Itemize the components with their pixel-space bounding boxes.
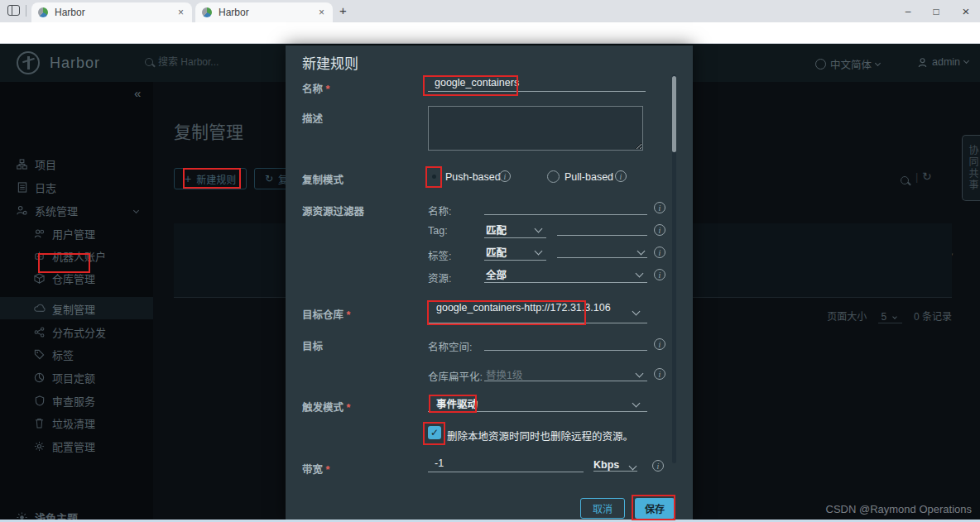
modal-scrollbar-thumb[interactable] bbox=[672, 76, 676, 152]
filter-tag-info-icon[interactable]: i bbox=[654, 224, 665, 236]
filter-name-info-icon[interactable]: i bbox=[654, 202, 665, 213]
chevron-down-icon bbox=[133, 207, 139, 213]
sidebar-item-label: 复制管理 bbox=[52, 301, 95, 317]
sidebar-item-interrogation[interactable]: 审查服务 bbox=[0, 390, 153, 411]
dest-registry-select[interactable]: google_containers-http://172.31.3.106 bbox=[428, 302, 647, 323]
sidebar-item-label: 日志 bbox=[35, 180, 56, 195]
minimize-button[interactable]: – bbox=[894, 0, 922, 22]
save-button[interactable]: 保存 bbox=[635, 498, 675, 519]
pull-based-radio[interactable] bbox=[547, 170, 560, 183]
harbor-favicon bbox=[202, 7, 212, 17]
maximize-button[interactable]: □ bbox=[922, 0, 950, 22]
delete-remote-checkbox[interactable]: ✓ bbox=[428, 426, 441, 439]
push-info-icon[interactable]: i bbox=[499, 170, 511, 182]
page-title: 复制管理 bbox=[174, 118, 243, 143]
modal-title: 新建规则 bbox=[302, 52, 358, 73]
tab-close-icon[interactable]: × bbox=[317, 7, 326, 18]
records-count: 0 条记录 bbox=[914, 311, 952, 323]
namespace-info-icon[interactable]: i bbox=[654, 338, 665, 350]
sidebar-item-logs[interactable]: 日志 bbox=[0, 176, 153, 198]
mode-label: 复制模式 bbox=[302, 171, 343, 187]
sidebar-item-label: 标签 bbox=[52, 347, 74, 362]
sidebar-item-label: 系统管理 bbox=[35, 203, 78, 218]
sidebar-item-administration[interactable]: 系统管理 bbox=[0, 199, 153, 221]
page-size-select[interactable]: 5 bbox=[878, 311, 902, 323]
browser-tab-1[interactable]: Harbor × bbox=[31, 2, 192, 22]
trigger-select[interactable]: 事件驱动 bbox=[428, 395, 647, 412]
flatten-info-icon[interactable]: i bbox=[654, 368, 665, 380]
shield-icon bbox=[33, 395, 46, 406]
bandwidth-label: 带宽 bbox=[302, 461, 329, 477]
global-search[interactable] bbox=[145, 56, 257, 68]
language-label: 中文简体 bbox=[830, 56, 872, 72]
sidebar-item-label: 项目 bbox=[35, 156, 56, 172]
sidebar-item-garbage-collection[interactable]: 垃圾清理 bbox=[0, 412, 153, 433]
sidebar-item-label: 分布式分发 bbox=[52, 324, 106, 340]
filter-label-info-icon[interactable]: i bbox=[654, 247, 665, 258]
browser-tab-2[interactable]: Harbor × bbox=[195, 2, 333, 22]
side-vertical-tab[interactable]: 协同共事 bbox=[962, 135, 980, 201]
sidebar-item-light-theme[interactable]: 浅色主题 bbox=[0, 506, 153, 520]
chevron-down-icon bbox=[892, 314, 897, 319]
sidebar-collapse-icon[interactable]: « bbox=[134, 86, 141, 100]
distribution-icon bbox=[33, 327, 46, 338]
cancel-button[interactable]: 取消 bbox=[580, 498, 625, 519]
check-icon: ✓ bbox=[430, 427, 439, 438]
filter-name-input[interactable] bbox=[484, 201, 647, 215]
new-rule-modal: 新建规则 名称 描述 复制模式 Push-based i Pull-based … bbox=[286, 45, 693, 520]
tab-close-icon[interactable]: × bbox=[176, 7, 185, 18]
sidebar-item-label: 审查服务 bbox=[52, 393, 95, 409]
flatten-label: 仓库扁平化: bbox=[428, 368, 483, 384]
flatten-select[interactable]: 替换1级 bbox=[484, 366, 647, 381]
language-menu[interactable]: 中文简体 bbox=[815, 56, 880, 72]
close-button[interactable]: × bbox=[952, 0, 980, 22]
users-icon bbox=[33, 228, 46, 239]
pull-info-icon[interactable]: i bbox=[615, 170, 627, 182]
sidebar-item-replications[interactable]: 复制管理 bbox=[0, 298, 153, 319]
user-icon bbox=[917, 57, 928, 68]
rule-name-input[interactable] bbox=[428, 75, 646, 92]
sidebar-item-robot-accounts[interactable]: 机器人账户 bbox=[0, 245, 153, 266]
sidebar-item-projects[interactable]: 项目 bbox=[0, 153, 153, 175]
filter-resource-select[interactable]: 全部 bbox=[484, 266, 647, 283]
namespace-input[interactable] bbox=[484, 337, 647, 351]
brand-title: Harbor bbox=[50, 55, 100, 72]
sidebar-item-registries[interactable]: 仓库管理 bbox=[0, 267, 153, 289]
filter-resource-info-icon[interactable]: i bbox=[654, 269, 665, 280]
user-menu[interactable]: admin bbox=[917, 56, 968, 68]
sidebar-item-distribution[interactable]: 分布式分发 bbox=[0, 321, 153, 342]
workspaces-icon[interactable] bbox=[7, 5, 20, 16]
filter-label-match-select[interactable]: 匹配 bbox=[484, 244, 546, 261]
filter-tag-input[interactable] bbox=[557, 223, 647, 236]
bandwidth-unit-select[interactable]: Kbps bbox=[593, 459, 637, 472]
description-label: 描述 bbox=[302, 110, 323, 126]
bandwidth-info-icon[interactable]: i bbox=[652, 460, 664, 472]
description-textarea[interactable] bbox=[428, 106, 643, 151]
new-rule-button[interactable]: + 新建规则 bbox=[174, 168, 247, 189]
search-input[interactable] bbox=[158, 56, 257, 68]
sidebar-item-labels[interactable]: 标签 bbox=[0, 343, 153, 365]
replication-icon bbox=[33, 304, 46, 314]
bandwidth-input[interactable] bbox=[428, 456, 584, 472]
pull-based-label: Pull-based bbox=[564, 171, 613, 183]
filter-name-label: 名称: bbox=[428, 203, 451, 218]
harbor-favicon bbox=[38, 7, 48, 17]
filter-label-label: 标签: bbox=[428, 247, 451, 263]
titlebar-divider bbox=[26, 5, 26, 17]
logs-icon bbox=[16, 182, 28, 193]
search-icon bbox=[145, 58, 153, 66]
user-label: admin bbox=[932, 56, 960, 68]
tab-title: Harbor bbox=[219, 7, 249, 18]
table-refresh-icon[interactable]: ↻ bbox=[922, 170, 932, 183]
sidebar-item-users[interactable]: 用户管理 bbox=[0, 223, 153, 244]
browser-addressbar: ← → ↻ ⌂ ▲ 不安全 | 172.31.3.107/harbor/repl… bbox=[0, 22, 980, 44]
filter-tag-match-select[interactable]: 匹配 bbox=[484, 222, 546, 238]
sidebar-item-project-quotas[interactable]: 项目定额 bbox=[0, 366, 153, 388]
filter-label-select[interactable] bbox=[557, 244, 647, 258]
projects-icon bbox=[16, 159, 28, 170]
new-tab-button[interactable]: + bbox=[339, 3, 347, 17]
sidebar-item-label: 用户管理 bbox=[52, 226, 95, 242]
sidebar-item-configuration[interactable]: 配置管理 bbox=[0, 435, 153, 457]
chevron-down-icon bbox=[963, 58, 969, 64]
table-search-icon[interactable] bbox=[901, 173, 909, 188]
